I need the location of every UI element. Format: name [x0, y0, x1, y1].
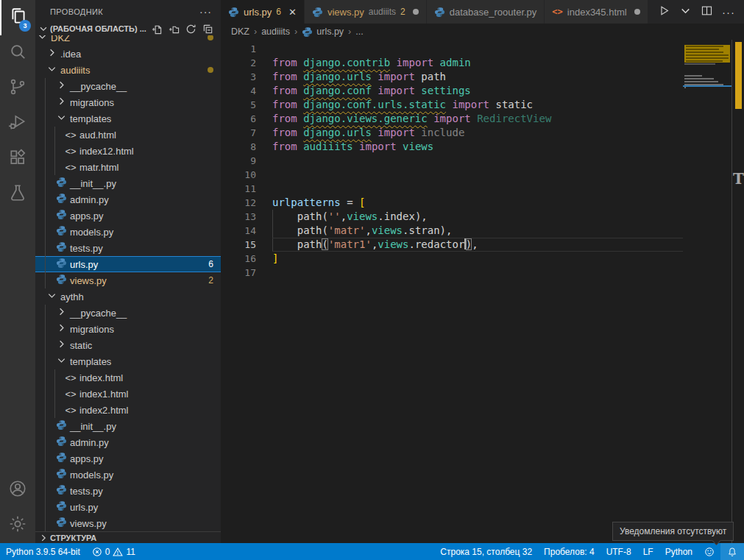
chevron-right-icon — [56, 322, 67, 336]
run-dropdown-chevron-icon[interactable] — [679, 4, 692, 20]
line-number: 3 — [221, 70, 256, 84]
settings-button[interactable] — [0, 508, 35, 543]
run-button[interactable] — [658, 4, 670, 20]
tree-file-admin.py[interactable]: admin.py — [35, 191, 221, 208]
tree-item-label: urls.py — [70, 259, 98, 270]
scrollbar[interactable]: T — [731, 40, 744, 543]
tree-file-tests.py[interactable]: tests.py — [35, 240, 221, 256]
tree-folder-aythh[interactable]: aythh — [35, 288, 221, 305]
search-view-button[interactable] — [0, 35, 35, 71]
indentation-item[interactable]: Пробелов: 4 — [538, 543, 600, 560]
testing-view-button[interactable] — [0, 177, 35, 212]
refresh-icon[interactable] — [185, 24, 196, 35]
run-debug-view-button[interactable] — [0, 106, 35, 141]
tree-folder-__pycache__[interactable]: __pycache__ — [35, 305, 221, 321]
tree-folder-migrations[interactable]: migrations — [35, 94, 221, 110]
more-actions-icon[interactable]: ··· — [722, 6, 735, 18]
split-editor-icon[interactable] — [701, 4, 713, 20]
code-line-3: 3from django.urls import path — [221, 70, 683, 84]
python-icon — [56, 517, 67, 530]
tree-file-aud.html[interactable]: <>aud.html — [35, 127, 221, 143]
bell-icon — [727, 547, 737, 557]
tree-folder-migrations[interactable]: migrations — [35, 321, 221, 337]
tab-index345.html[interactable]: <>index345.html — [545, 0, 648, 24]
tab-label: database_roouter.py — [450, 7, 537, 18]
outline-section-header[interactable]: СТРУКТУРА — [35, 531, 221, 543]
tree-file-admin.py[interactable]: admin.py — [35, 434, 221, 450]
account-button[interactable] — [0, 472, 35, 508]
tree-folder-audiiits[interactable]: audiiits — [35, 62, 221, 78]
tree-file-apps.py[interactable]: apps.py — [35, 208, 221, 224]
line-number: 2 — [221, 56, 256, 70]
cursor-position-item[interactable]: Строка 15, столбец 32 — [434, 543, 538, 560]
close-icon[interactable]: ✕ — [288, 7, 297, 18]
code-line-16: 16] — [221, 252, 683, 266]
tab-database_roouter.py[interactable]: database_roouter.py — [427, 0, 545, 24]
breadcrumb-item-...[interactable]: ... — [355, 26, 363, 37]
tree-file-index.html[interactable]: <>index.html — [35, 369, 221, 386]
tree-file-__init__.py[interactable]: __init__.py — [35, 175, 221, 191]
tree-folder-.idea[interactable]: .idea — [35, 46, 221, 62]
tree-file-matr.html[interactable]: <>matr.html — [35, 159, 221, 175]
python-icon — [56, 193, 67, 206]
tab-views.py[interactable]: views.pyaudiiits2 — [305, 0, 427, 24]
code-line-15: 15 path('matr1',views.redactor), — [221, 238, 683, 252]
beaker-icon — [8, 183, 27, 205]
tree-file-models.py[interactable]: models.py — [35, 224, 221, 240]
new-folder-icon[interactable] — [169, 24, 180, 35]
tree-folder-__pycache__[interactable]: __pycache__ — [35, 78, 221, 94]
breadcrumb-item-audiiits[interactable]: audiiits — [261, 26, 290, 37]
minimap[interactable] — [683, 40, 731, 543]
explorer-view-button[interactable]: 3 — [0, 0, 35, 35]
tree-file-urls.py[interactable]: urls.py — [35, 499, 221, 515]
breadcrumb-item-DKZ[interactable]: DKZ — [231, 26, 249, 37]
tree-folder-static[interactable]: static — [35, 337, 221, 353]
code-line-text: path('',views.index), — [272, 210, 683, 224]
tree-item-label: aud.html — [79, 130, 116, 141]
code-line-text: from django.urls import include — [272, 126, 683, 140]
tree-file-views.py[interactable]: views.py — [35, 515, 221, 531]
breadcrumb-item-urls.py[interactable]: urls.py — [302, 26, 344, 38]
tree-file-views.py[interactable]: views.py2 — [35, 272, 221, 288]
tree-file-index12.html[interactable]: <>index12.html — [35, 143, 221, 159]
collapse-all-icon[interactable] — [202, 24, 213, 35]
workspace-section-label: (РАБОЧАЯ ОБЛАСТЬ) ... — [50, 24, 146, 33]
python-icon — [434, 7, 445, 18]
tree-file-tests.py[interactable]: tests.py — [35, 483, 221, 499]
python-icon — [56, 452, 67, 465]
tree-file-index1.html[interactable]: <>index1.html — [35, 386, 221, 402]
eol-item[interactable]: LF — [637, 543, 659, 560]
code-line-text: ] — [272, 252, 683, 266]
tree-file-models.py[interactable]: models.py — [35, 467, 221, 483]
feedback-item[interactable] — [698, 543, 720, 560]
python-interpreter-item[interactable]: Python 3.9.5 64-bit — [0, 543, 86, 560]
outline-section-label: СТРУКТУРА — [50, 534, 96, 542]
tree-file-apps.py[interactable]: apps.py — [35, 450, 221, 467]
workspace-section-header[interactable]: (РАБОЧАЯ ОБЛАСТЬ) ... — [35, 24, 221, 34]
tree-item-label: __init__.py — [70, 178, 116, 189]
tab-urls.py[interactable]: urls.py6✕ — [221, 0, 305, 24]
new-file-icon[interactable] — [152, 24, 163, 35]
overview-warning-marker — [735, 42, 742, 109]
minimap-line — [684, 78, 714, 79]
notifications-item[interactable] — [720, 543, 744, 560]
language-mode-item[interactable]: Python — [659, 543, 698, 560]
extensions-view-button[interactable] — [0, 141, 35, 177]
tree-folder-templates[interactable]: templates — [35, 353, 221, 369]
tree-item-label: admin.py — [70, 194, 109, 205]
encoding-item[interactable]: UTF-8 — [600, 543, 637, 560]
tab-label: index345.html — [567, 7, 627, 18]
tree-file-__init__.py[interactable]: __init__.py — [35, 418, 221, 434]
editor-actions: ··· — [649, 0, 744, 24]
line-number: 13 — [221, 210, 256, 224]
explorer-more-actions-icon[interactable]: ··· — [199, 6, 212, 18]
problems-item[interactable]: 0 11 — [86, 543, 141, 560]
source-control-view-button[interactable] — [0, 71, 35, 106]
tree-folder-DKZ[interactable]: DKZ — [35, 35, 221, 46]
tab-problems-badge: 6 — [276, 7, 281, 17]
tree-folder-templates[interactable]: templates — [35, 110, 221, 127]
chevron-down-icon — [56, 355, 67, 368]
code-editor[interactable]: 12from django.contrib import admin3from … — [221, 40, 744, 543]
tree-file-index2.html[interactable]: <>index2.html — [35, 402, 221, 418]
tree-file-urls.py[interactable]: urls.py6 — [35, 256, 221, 272]
